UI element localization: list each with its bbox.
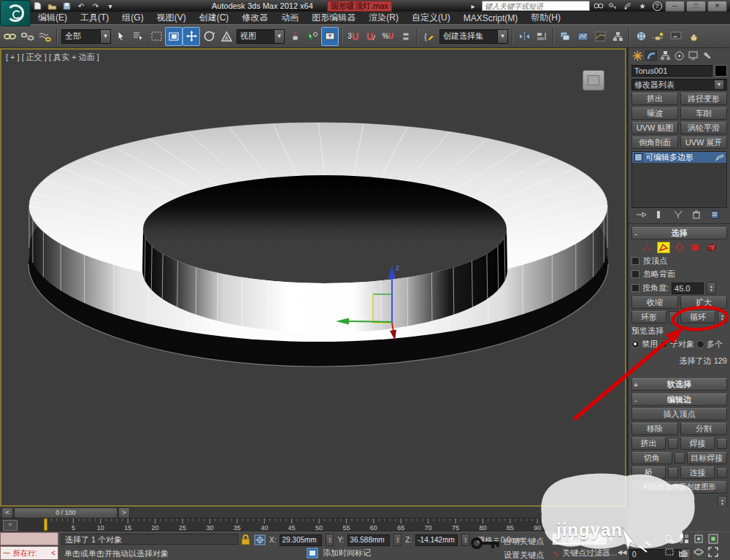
material-editor-icon[interactable]: [632, 27, 650, 46]
menu-tools[interactable]: 工具(T): [74, 11, 115, 25]
dropdown-arrow-icon[interactable]: ▼: [100, 30, 110, 43]
zoom-extents-icon[interactable]: [692, 533, 704, 544]
modifier-button-uvwmap[interactable]: UVW 贴图: [631, 122, 678, 134]
redo-icon[interactable]: ↷: [91, 1, 101, 10]
x-coord-spinner[interactable]: ▲▼: [326, 534, 334, 546]
snaps-toggle-3d-icon[interactable]: 3: [345, 27, 362, 46]
grow-button[interactable]: 扩大: [680, 296, 727, 309]
unlink-selection-icon[interactable]: [19, 27, 36, 46]
dropdown-arrow-icon[interactable]: ▼: [607, 534, 615, 545]
add-time-tag[interactable]: 添加时间标记: [323, 548, 371, 559]
menu-animation[interactable]: 动画: [275, 11, 304, 25]
chamfer-button[interactable]: 切角: [631, 452, 672, 464]
weld-settings-button[interactable]: [717, 439, 727, 449]
select-by-name-icon[interactable]: [130, 27, 147, 46]
tab-modify-icon[interactable]: [645, 50, 657, 61]
configure-modifier-sets-icon[interactable]: [710, 210, 723, 221]
orbit-icon[interactable]: [692, 546, 704, 557]
pan-hand-icon[interactable]: [677, 546, 690, 557]
render-setup-icon[interactable]: [650, 27, 667, 46]
connect-button[interactable]: 连接: [680, 467, 715, 479]
modifier-stack[interactable]: 可编辑多边形: [631, 151, 727, 208]
absolute-mode-icon[interactable]: [254, 534, 266, 545]
communication-center-icon[interactable]: [622, 1, 634, 11]
maximize-viewport-icon[interactable]: [707, 546, 719, 557]
undo-icon[interactable]: ↶: [76, 1, 86, 10]
extrude-button[interactable]: 挤出: [631, 437, 666, 450]
time-slider-handle[interactable]: 0 / 100: [14, 507, 118, 518]
viewport-canvas[interactable]: z: [1, 50, 625, 505]
insert-vertex-button[interactable]: 插入顶点: [631, 408, 727, 421]
rendered-frame-window-icon[interactable]: [667, 27, 685, 46]
use-pivot-point-icon[interactable]: [286, 27, 304, 46]
menu-modifiers[interactable]: 修改器: [236, 11, 274, 25]
spinner-snap-toggle-icon[interactable]: [397, 27, 415, 46]
preview-disable-radio[interactable]: [631, 340, 639, 348]
ring-spinner[interactable]: ▲▼: [669, 311, 678, 323]
stack-item-editable-poly[interactable]: 可编辑多边形: [632, 152, 726, 163]
rollout-soft-selection[interactable]: + 软选择: [631, 378, 727, 391]
preview-multi-radio[interactable]: [696, 340, 704, 348]
connect-settings-button[interactable]: [717, 468, 727, 478]
search-icon[interactable]: [593, 1, 604, 11]
remove-modifier-icon[interactable]: [692, 210, 704, 221]
subobject-edge-icon[interactable]: [657, 242, 670, 253]
menu-graph-editors[interactable]: 图形编辑器: [306, 11, 361, 25]
zoom-extents-all-icon[interactable]: [707, 533, 719, 544]
open-file-icon[interactable]: [47, 1, 57, 10]
tab-create-icon[interactable]: [631, 50, 643, 61]
modifier-button-uvwunwrap[interactable]: UVW 展开: [680, 137, 727, 149]
show-end-result-icon[interactable]: [655, 210, 667, 221]
help-icon[interactable]: ?: [651, 1, 663, 11]
angle-snap-toggle-icon[interactable]: [362, 27, 380, 46]
new-file-icon[interactable]: [32, 1, 42, 10]
keyable-icon[interactable]: ∿: [552, 548, 559, 559]
set-key-button[interactable]: 设置关键点: [504, 548, 544, 560]
rectangular-selection-region-icon[interactable]: [147, 27, 165, 46]
percent-snap-toggle-icon[interactable]: %: [380, 27, 397, 46]
target-weld-button[interactable]: 目标焊接: [687, 452, 728, 464]
modifier-button-noise[interactable]: 噪波: [631, 107, 678, 120]
bridge-button[interactable]: 桥: [631, 467, 666, 479]
loop-spinner[interactable]: ▲▼: [718, 311, 727, 323]
tab-hierarchy-icon[interactable]: [659, 50, 671, 61]
select-object-icon[interactable]: [112, 27, 130, 46]
schematic-view-icon[interactable]: [609, 27, 626, 46]
select-and-manipulate-icon[interactable]: [304, 27, 321, 46]
extrude-settings-button[interactable]: [668, 439, 678, 449]
torus-object[interactable]: [28, 123, 608, 367]
listener-expand-arrow[interactable]: <: [51, 549, 55, 557]
track-bar[interactable]: ≈ 05101520253035404550556065707580859095…: [0, 518, 628, 532]
x-coord-field[interactable]: 29.305mm: [280, 534, 322, 546]
graphite-ribbon-icon[interactable]: [574, 27, 591, 46]
toolbar-options-icon[interactable]: ▾: [105, 1, 115, 10]
tab-utilities-icon[interactable]: [701, 50, 712, 61]
favorites-star-icon[interactable]: ★: [637, 1, 648, 11]
selected-filter-dropdown[interactable]: 选定对象 ▼: [552, 533, 616, 545]
z-coord-field[interactable]: -14.142mm: [415, 534, 458, 546]
minimize-button[interactable]: ─: [665, 1, 685, 12]
reference-coordinate-dropdown[interactable]: 视图 ▼: [237, 29, 285, 44]
modifier-button-bevelprofile[interactable]: 倒角剖面: [631, 137, 678, 149]
named-selection-sets-dropdown[interactable]: 创建选择集 ▼: [439, 29, 508, 44]
search-input[interactable]: [482, 1, 590, 11]
make-unique-icon[interactable]: [673, 210, 685, 221]
modifier-list-dropdown[interactable]: 修改器列表 ▼: [631, 79, 727, 91]
loop-button[interactable]: 循环: [680, 311, 715, 323]
layer-manager-icon[interactable]: [556, 27, 574, 46]
bind-to-space-warp-icon[interactable]: [36, 27, 54, 46]
subobject-vertex-icon[interactable]: [641, 242, 654, 253]
render-production-icon[interactable]: [685, 27, 702, 46]
dropdown-arrow-icon[interactable]: ▼: [274, 30, 284, 43]
remove-button[interactable]: 移除: [631, 423, 678, 435]
y-coord-spinner[interactable]: ▲▼: [393, 534, 402, 546]
ignore-backfacing-checkbox[interactable]: [631, 270, 639, 278]
menu-help[interactable]: 帮助(H): [525, 11, 566, 25]
pin-stack-icon[interactable]: [636, 210, 648, 221]
subobject-element-icon[interactable]: [705, 242, 718, 253]
chamfer-settings-button[interactable]: [675, 453, 685, 464]
close-button[interactable]: ✕: [707, 1, 727, 12]
by-vertex-checkbox[interactable]: [631, 257, 639, 265]
menu-maxscript[interactable]: MAXScript(M): [458, 12, 524, 24]
selection-lock-icon[interactable]: [241, 534, 250, 545]
